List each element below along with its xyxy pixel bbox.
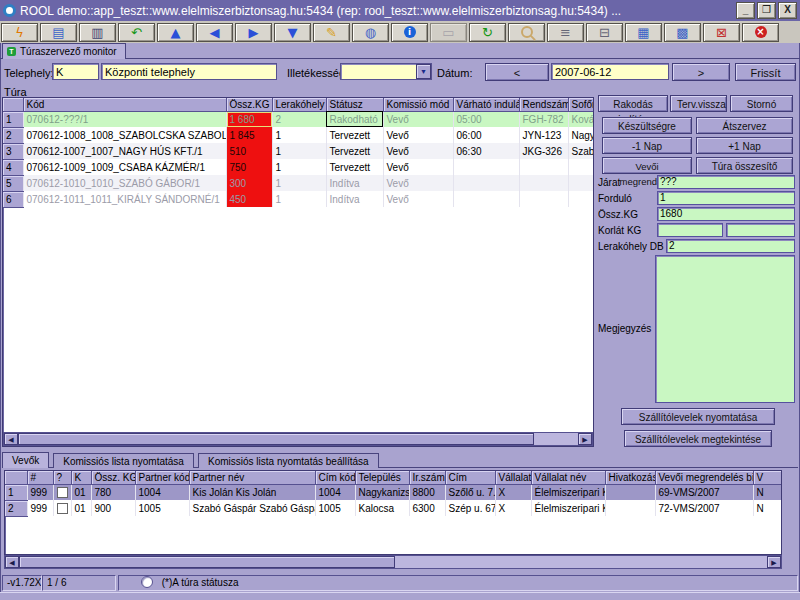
cell-indulas	[453, 175, 519, 191]
column-header-vallalat_nev[interactable]: Vállalat név	[531, 471, 605, 484]
column-header-k[interactable]: K	[71, 471, 91, 484]
next-day-button[interactable]: >	[672, 63, 730, 81]
column-header-q[interactable]: ?	[53, 471, 71, 484]
lerakohely-db-field[interactable]: 2	[666, 239, 795, 253]
tura-row[interactable]: 4070612-1009_1009_CSABA KÁZMÉR/17501Terv…	[3, 159, 594, 175]
keszultsegre-bont-button[interactable]: Készültségre bont	[602, 117, 692, 134]
fordulo-field[interactable]: 1	[657, 191, 795, 205]
plus-1-nap-button[interactable]: +1 Nap	[696, 137, 793, 154]
column-header-biz_szam[interactable]: Vevői megrendelés biz.szám	[655, 471, 753, 484]
jarat-field[interactable]: ???	[657, 175, 795, 189]
column-header-indulas[interactable]: Várható indulás	[453, 98, 519, 111]
szallitolevelek-megtekintese-button[interactable]: Szállítólevelek megtekintése	[624, 430, 772, 447]
tab-vevok[interactable]: Vevők	[2, 452, 49, 468]
tura-osszesito-button[interactable]: Túra összesítő	[696, 157, 793, 174]
column-header-hivatkozas[interactable]: Hivatkozás	[605, 471, 655, 484]
import-grid-button[interactable]: ▩	[664, 23, 701, 42]
column-header-v[interactable]: V	[753, 471, 782, 484]
flash-button[interactable]: ϟ	[1, 23, 38, 42]
scroll-right-icon[interactable]: ▶	[578, 433, 592, 445]
edit-button[interactable]: ✎	[313, 23, 350, 42]
close-window-button[interactable]: ⊠	[703, 23, 740, 42]
vevoi-megrendeles-button[interactable]: Vevői megrendelés	[602, 157, 692, 174]
tura-row[interactable]: 3070612-1007_1007_NAGY HÚS KFT./15101Ter…	[3, 143, 594, 159]
megjegyzes-field[interactable]	[655, 255, 795, 403]
column-header-telepules[interactable]: Település	[355, 471, 409, 484]
column-header-komissio[interactable]: Komissió mód	[383, 98, 453, 111]
tab-komissios-lista-nyomtatasa[interactable]: Komissiós lista nyomtatása	[53, 453, 194, 468]
refresh-button[interactable]: ↻	[469, 23, 506, 42]
tab-t-icon: T	[7, 47, 16, 56]
database-button[interactable]: ◍	[352, 23, 389, 42]
tura-h-scrollbar[interactable]: ◀ ▶	[3, 432, 593, 446]
close-button[interactable]: X	[778, 2, 797, 19]
prev-record-button[interactable]: ◀	[196, 23, 233, 42]
column-header-lerakohely[interactable]: Lerakóhely	[272, 98, 326, 111]
print-button[interactable]: ⊟	[586, 23, 623, 42]
datum-input[interactable]	[551, 63, 669, 80]
osszkg-field[interactable]: 1680	[657, 207, 795, 221]
korlat-kg-field-2[interactable]	[726, 223, 795, 237]
atszervez-button[interactable]: Átszervez	[696, 117, 793, 134]
minimize-button[interactable]: _	[736, 2, 755, 19]
scroll-right-icon[interactable]: ▶	[767, 556, 781, 568]
prev-day-button[interactable]: <	[485, 63, 549, 81]
vevok-scroll-thumb[interactable]	[19, 556, 395, 568]
column-header-kod[interactable]: Kód	[23, 98, 226, 111]
column-header-cim_kod[interactable]: Cím kód	[315, 471, 355, 484]
column-header-num[interactable]	[5, 471, 27, 484]
export-grid-button[interactable]: ▦	[625, 23, 662, 42]
column-header-sofor[interactable]: Sofőr	[568, 98, 594, 111]
tab-komissios-lista-nyomtatas-beallitasa[interactable]: Komissiós lista nyomtatás beállítása	[198, 453, 379, 468]
tura-row[interactable]: 2070612-1008_1008_SZABOLCSKA SZABOLCS/11…	[3, 127, 594, 143]
cell-indulas: 06:00	[453, 127, 519, 143]
szallitolevelek-nyomtatasa-button[interactable]: Szállítólevelek nyomtatása	[621, 408, 775, 425]
vevok-row[interactable]: 1999017801004Kis Jolán Kis Jolán1004Nagy…	[5, 484, 782, 500]
telephely-code-input[interactable]	[52, 63, 99, 80]
status-note: (*)A túra státusza	[162, 577, 239, 588]
column-header-hash[interactable]: #	[27, 471, 53, 484]
exit-button[interactable]: ×	[742, 23, 779, 42]
column-header-osszkg[interactable]: Össz. KG	[91, 471, 135, 484]
vevok-row[interactable]: 2999019001005Szabó Gáspár Szabó Gáspár10…	[5, 500, 782, 516]
open-folder-button[interactable]: ▤	[40, 23, 77, 42]
column-header-vallalat[interactable]: Vállalat	[495, 471, 531, 484]
korlat-kg-field-1[interactable]	[657, 223, 723, 237]
next-record-button[interactable]: ▶	[235, 23, 272, 42]
first-record-button[interactable]: ▲	[157, 23, 194, 42]
scroll-left-icon[interactable]: ◀	[5, 556, 19, 568]
last-record-button[interactable]: ▼	[274, 23, 311, 42]
info-button[interactable]: i	[391, 23, 428, 42]
form-window-button[interactable]: ▭	[430, 23, 467, 42]
column-header-irszam[interactable]: Ir.szám	[409, 471, 445, 484]
column-header-partner_nev[interactable]: Partner név	[189, 471, 315, 484]
column-header-partner_kod[interactable]: Partner kód	[135, 471, 189, 484]
telephely-name-input[interactable]	[101, 63, 277, 80]
tura-statusz-radio[interactable]	[141, 576, 153, 588]
tab-turaszervezo-monitor[interactable]: T Túraszervező monitor	[2, 43, 126, 59]
column-header-osszkg[interactable]: Össz.KG	[226, 98, 272, 111]
tura-row[interactable]: 1070612-???/11 6802RakodhatóVevő05:00FGH…	[3, 111, 594, 127]
column-header-num[interactable]	[3, 98, 23, 111]
rakodas-inditas-button[interactable]: Rakodás indítás	[598, 95, 668, 112]
row-checkbox[interactable]	[57, 503, 68, 514]
tura-row[interactable]: 6070612-1011_1011_KIRÁLY SÁNDORNÉ/14501I…	[3, 191, 594, 207]
column-header-cim[interactable]: Cím	[445, 471, 495, 484]
scroll-left-icon[interactable]: ◀	[4, 433, 18, 445]
search-button[interactable]	[508, 23, 545, 42]
illetekesseg-dropdown-button[interactable]: ▼	[416, 64, 431, 79]
vevok-h-scrollbar[interactable]: ◀ ▶	[4, 555, 782, 569]
terv-vissza-button[interactable]: Terv.vissza	[670, 95, 727, 112]
storno-button[interactable]: Stornó	[730, 95, 793, 112]
column-header-statusz[interactable]: Státusz	[326, 98, 383, 111]
tura-row[interactable]: 5070612-1010_1010_SZABÓ GÁBOR/13001Indít…	[3, 175, 594, 191]
column-header-rendszam[interactable]: Rendszám	[519, 98, 568, 111]
save-button[interactable]: ▥	[79, 23, 116, 42]
undo-button[interactable]: ↶	[118, 23, 155, 42]
row-checkbox[interactable]	[57, 487, 68, 498]
rows-button[interactable]: ≡	[547, 23, 584, 42]
tura-scroll-thumb[interactable]	[18, 433, 534, 445]
restore-button[interactable]: ❐	[757, 2, 776, 19]
refresh-button[interactable]: Frissít	[735, 63, 796, 81]
minus-1-nap-button[interactable]: -1 Nap	[602, 137, 692, 154]
